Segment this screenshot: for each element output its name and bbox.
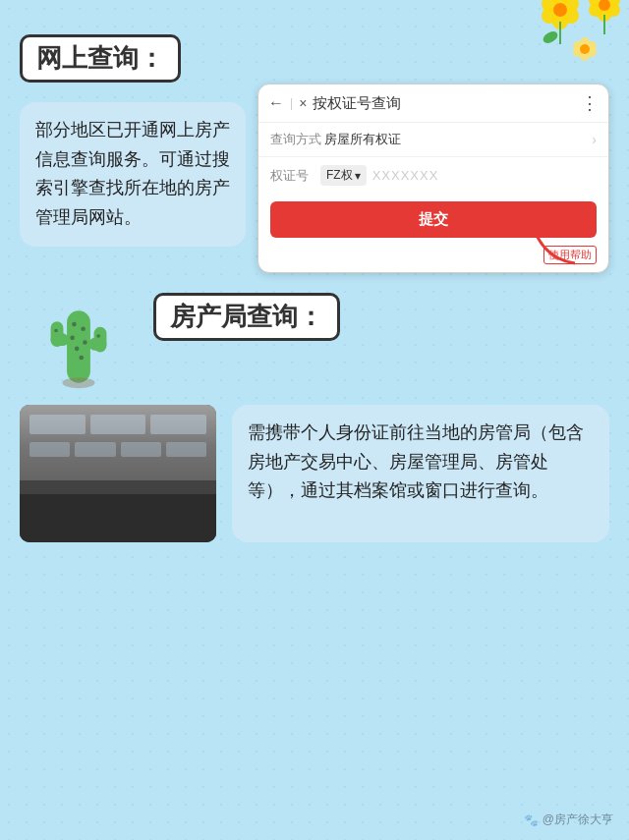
bureau-query-title: 房产局查询：	[153, 293, 340, 341]
cert-dropdown-icon: ▾	[355, 169, 361, 183]
watermark-icon: 🐾	[524, 813, 539, 827]
cactus-decoration	[20, 293, 138, 401]
query-type-arrow: ›	[592, 132, 597, 147]
svg-point-35	[79, 356, 84, 361]
flower-decoration	[472, 0, 629, 98]
online-query-text: 部分地区已开通网上房产信息查询服务。可通过搜索引擎查找所在地的房产管理局网站。	[20, 102, 246, 247]
online-query-title: 网上查询：	[20, 34, 181, 83]
svg-point-8	[542, 29, 560, 46]
cert-prefix-selector[interactable]: FZ权 ▾	[320, 165, 367, 186]
svg-point-36	[54, 329, 58, 333]
phone-close-button[interactable]: ×	[299, 95, 307, 111]
svg-point-6	[553, 3, 567, 17]
bureau-building-photo: 房产管理局 House Property	[20, 405, 216, 542]
middle-section: 房产局查询：	[20, 293, 609, 401]
svg-rect-26	[51, 321, 64, 347]
query-type-label: 查询方式	[270, 131, 324, 148]
cert-number-row: 权证号 FZ权 ▾ XXXXXXX	[258, 157, 608, 194]
cert-prefix-text: FZ权	[326, 167, 353, 184]
cert-label: 权证号	[270, 167, 314, 185]
phone-mockup-col: ← | × 按权证号查询 ⋮ 查询方式 房屋所有权证 › 权证号	[257, 84, 609, 273]
query-type-row[interactable]: 查询方式 房屋所有权证 ›	[258, 123, 608, 157]
online-query-left-col: 网上查询： 部分地区已开通网上房产信息查询服务。可通过搜索引擎查找所在地的房产管…	[20, 34, 246, 247]
svg-point-33	[83, 340, 87, 345]
watermark-text: @房产徐大亨	[543, 812, 613, 828]
bureau-building-bg: 房产管理局 House Property	[20, 405, 216, 542]
phone-back-arrow[interactable]: ←	[268, 94, 284, 112]
svg-point-32	[70, 336, 75, 341]
svg-point-30	[72, 322, 77, 327]
svg-point-31	[81, 326, 86, 331]
svg-point-37	[96, 334, 100, 338]
cert-number-value[interactable]: XXXXXXX	[372, 168, 439, 183]
page-container: 网上查询： 部分地区已开通网上房产信息查询服务。可通过搜索引擎查找所在地的房产管…	[0, 0, 629, 840]
bureau-query-text: 需携带个人身份证前往当地的房管局（包含房地产交易中心、房屋管理局、房管处等），通…	[232, 405, 609, 542]
svg-point-34	[75, 347, 80, 352]
svg-rect-28	[94, 327, 107, 353]
svg-point-29	[63, 377, 95, 388]
query-type-value: 房屋所有权证	[324, 131, 592, 148]
svg-rect-24	[67, 310, 90, 382]
bottom-section: 房产管理局 House Property 需携带个人身份证前往当地的房管局（包含…	[20, 405, 609, 542]
svg-point-23	[580, 44, 590, 54]
watermark: 🐾 @房产徐大亨	[524, 812, 613, 828]
red-arrow	[521, 214, 580, 268]
